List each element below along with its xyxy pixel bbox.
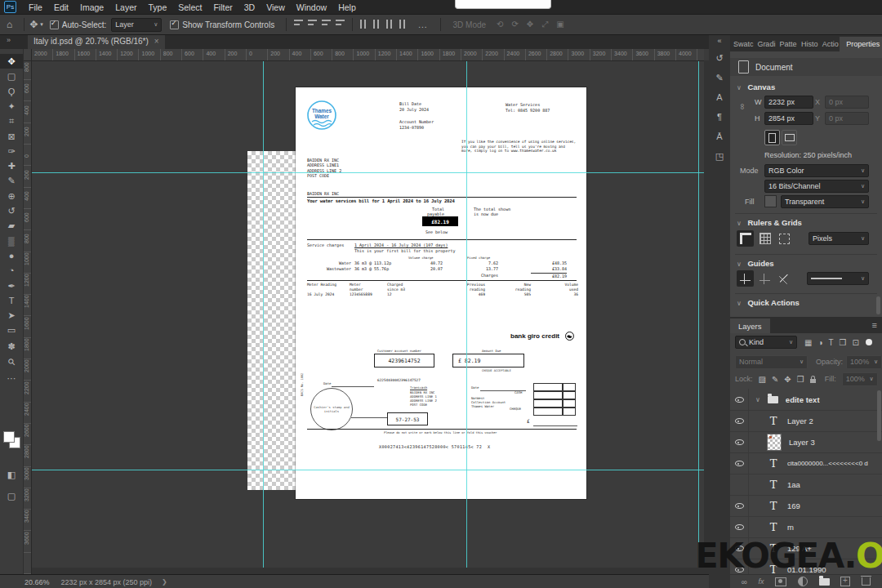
tab-swatc[interactable]: Swatc [730, 37, 754, 51]
layer-row[interactable]: Tcita0000000...<<<<<<<<0 d [730, 452, 882, 474]
link-dimensions-icon[interactable]: ∞ [738, 104, 747, 109]
layer-row[interactable]: Layer 3 [730, 431, 882, 453]
clear-guides-button[interactable] [776, 270, 793, 287]
distribute-left-icon[interactable] [399, 20, 408, 29]
layer-effects-icon[interactable]: fx [759, 577, 764, 586]
chevron-down-icon[interactable]: ∨ [737, 300, 742, 307]
toggle-grid-button[interactable] [756, 230, 773, 247]
photoshop-logo-icon[interactable]: Ps [4, 1, 16, 13]
visibility-cell[interactable] [730, 495, 749, 516]
visibility-cell[interactable] [730, 516, 749, 537]
menu-edit[interactable]: Edit [48, 2, 74, 12]
align-left-icon[interactable] [294, 20, 303, 28]
type-tool[interactable]: T [0, 293, 23, 308]
glyphs-panel-icon[interactable]: Ā [709, 131, 730, 141]
chevron-down-icon[interactable]: ∨ [755, 396, 760, 403]
distribute-middle-icon[interactable] [373, 20, 381, 29]
healing-brush-tool[interactable]: ✚ [0, 158, 23, 173]
ruler-corner[interactable] [23, 49, 32, 61]
blur-tool[interactable]: ● [0, 248, 23, 263]
layer-row[interactable]: T129 A+ [730, 537, 882, 559]
eraser-tool[interactable]: ▰ [0, 218, 23, 233]
color-mode-dropdown[interactable]: RGB Color∨ [764, 164, 869, 177]
toggle-guides-button[interactable] [737, 270, 754, 287]
visibility-cell[interactable] [730, 389, 749, 410]
layer-row[interactable]: T1aa [730, 474, 882, 496]
layer-row[interactable]: ∨edite text [730, 389, 882, 411]
filter-type-icon[interactable]: T [829, 338, 834, 347]
vertical-ruler[interactable]: 8006004002000200400600800100012001400160… [23, 60, 32, 574]
more-options-icon[interactable]: ... [418, 20, 427, 29]
lock-all-icon[interactable] [810, 379, 816, 383]
eye-icon[interactable] [735, 459, 744, 467]
camera-3d-icon[interactable]: ▣ [556, 20, 564, 29]
fill-dropdown[interactable]: 100%∨ [842, 372, 878, 386]
edit-toolbar[interactable]: ⋯ [0, 371, 23, 385]
filter-adjustment-icon[interactable]: ◑ [817, 338, 822, 347]
link-layers-icon[interactable]: ∞ [742, 577, 747, 586]
quick-mask-icon[interactable]: ◧ [0, 467, 23, 482]
fill-dropdown[interactable]: Transparent∨ [781, 195, 869, 208]
status-chevron-icon[interactable]: ❯ [162, 578, 167, 586]
x-field[interactable]: 0 px [825, 96, 869, 109]
layer-mask-icon[interactable] [775, 577, 786, 586]
filter-shape-icon[interactable]: ❒ [840, 338, 847, 347]
filter-toggle-pin[interactable] [866, 339, 872, 345]
layers-scrollbar[interactable] [877, 390, 881, 441]
chevron-down-icon[interactable]: ▾ [40, 21, 43, 28]
visibility-cell[interactable] [730, 452, 749, 474]
eye-icon[interactable] [735, 438, 744, 446]
visibility-cell[interactable] [730, 537, 749, 559]
new-layer-icon[interactable] [840, 577, 850, 586]
toolbar-collapse-icon[interactable]: » [7, 36, 11, 44]
eye-icon[interactable] [735, 501, 744, 510]
path-selection-tool[interactable]: ➤ [0, 308, 23, 323]
move-tool-icon[interactable]: ✥ [29, 19, 38, 30]
properties-scrollbar[interactable] [876, 296, 880, 314]
portrait-orientation-button[interactable] [764, 130, 780, 145]
lock-transparent-icon[interactable]: ▨ [759, 375, 766, 384]
orbit-3d-icon[interactable]: ⟲ [497, 20, 503, 29]
layer-row[interactable]: TLayer 2 [730, 410, 882, 432]
tab-patte[interactable]: Patte [777, 37, 798, 51]
zoom-level[interactable]: 20.66% [24, 578, 50, 586]
layers-menu-icon[interactable]: ≡ [872, 320, 877, 330]
align-top-icon[interactable] [336, 20, 345, 28]
eye-icon[interactable] [735, 544, 744, 552]
collapse-panels-icon[interactable]: « [709, 37, 730, 45]
align-center-h-icon[interactable] [308, 20, 317, 28]
libraries-panel-icon[interactable]: ◳ [709, 151, 730, 162]
new-group-icon[interactable] [819, 578, 830, 586]
visibility-cell[interactable] [730, 474, 749, 495]
clone-stamp-tool[interactable]: ⊕ [0, 189, 23, 203]
crop-tool[interactable]: ⌗ [0, 114, 23, 128]
height-field[interactable]: 2854 px [764, 112, 813, 125]
history-panel-icon[interactable]: ↺ [709, 53, 730, 64]
guide-vertical-2[interactable] [466, 60, 467, 574]
eye-icon[interactable] [735, 565, 744, 573]
y-field[interactable]: 0 px [825, 112, 869, 125]
menu-layer[interactable]: Layer [109, 2, 142, 12]
eye-icon[interactable] [735, 395, 744, 403]
align-right-icon[interactable] [322, 20, 331, 28]
landscape-orientation-button[interactable] [782, 130, 797, 145]
lock-guides-button[interactable] [756, 270, 773, 287]
eye-icon[interactable] [735, 523, 744, 531]
menu-view[interactable]: View [261, 2, 291, 12]
tab-properties[interactable]: Properties [840, 37, 882, 51]
screen-mode-icon[interactable]: ▢ [0, 488, 23, 503]
auto-select-dropdown[interactable]: Layer∨ [111, 18, 162, 32]
distribute-top-icon[interactable] [360, 20, 368, 29]
canvas-viewport[interactable]: Thames Water Bill Date 20 July 2024 Acco… [31, 60, 704, 574]
filter-image-icon[interactable]: ▦ [804, 338, 812, 347]
slide-3d-icon[interactable]: ⤢ [541, 20, 548, 29]
opacity-dropdown[interactable]: 100%∨ [846, 355, 882, 369]
marquee-tool[interactable]: ▢ [0, 69, 23, 83]
frame-tool[interactable]: ⊠ [0, 129, 23, 144]
delete-layer-icon[interactable] [862, 577, 871, 586]
history-brush-tool[interactable]: ↺ [0, 203, 23, 218]
lock-artboard-icon[interactable]: ❒ [797, 375, 804, 384]
menu-3d[interactable]: 3D [238, 2, 261, 12]
menu-filter[interactable]: Filter [207, 2, 238, 12]
foreground-color-swatch[interactable] [3, 431, 15, 443]
